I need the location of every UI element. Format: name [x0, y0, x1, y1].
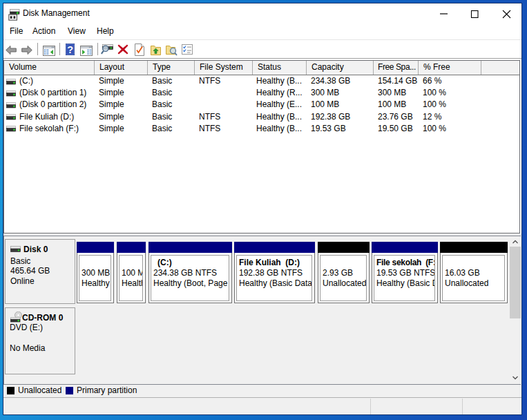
svg-text:?: ?	[67, 44, 73, 55]
